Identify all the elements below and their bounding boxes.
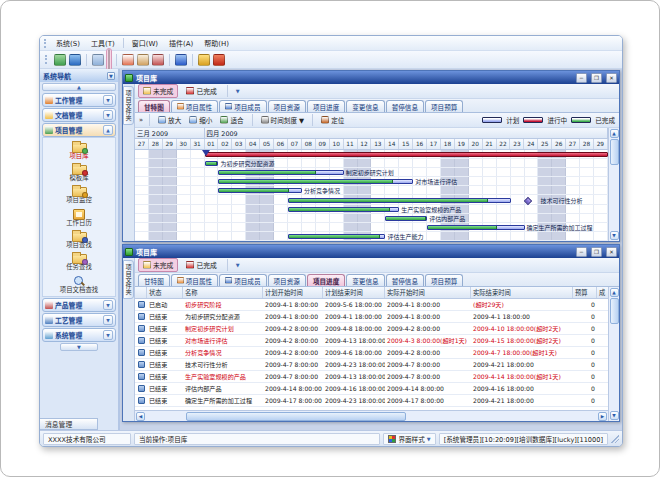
gantt-side-tab[interactable]: 项目文件夹 xyxy=(123,86,134,125)
sidebar-overflow-button[interactable]: ▼ xyxy=(60,343,98,351)
table-row[interactable]: 已结束对市场进行评估2009-4-2 8:00:002009-4-13 18:0… xyxy=(135,335,608,347)
column-header-计划开始时间[interactable]: 计划开始时间 xyxy=(263,287,323,298)
tab-项目属性[interactable]: 项目属性 xyxy=(171,274,218,286)
column-header-名称[interactable]: 名称 xyxy=(183,287,263,298)
sidebar-item-1[interactable]: 模板库 xyxy=(43,161,115,183)
connect-icon[interactable] xyxy=(54,54,66,66)
lock-icon[interactable] xyxy=(198,54,210,66)
table-row[interactable]: 已结束分析竞争情况2009-4-2 8:00:002009-4-6 18:00:… xyxy=(135,347,608,359)
tab-变更信息[interactable]: 变更信息 xyxy=(346,274,384,286)
tab-甘特图[interactable]: 甘特图 xyxy=(138,274,170,286)
minimize-button[interactable]: ─ xyxy=(576,73,587,83)
filter-finished-button[interactable]: 已完成 xyxy=(181,84,221,98)
table-hscrollbar[interactable]: ◀▶ xyxy=(135,410,608,421)
resize-grip[interactable] xyxy=(611,435,619,443)
sidebar-group-2[interactable]: 项目管理▲ xyxy=(42,123,116,137)
tab-项目预算[interactable]: 项目预算 xyxy=(425,274,463,286)
table-row[interactable]: 已结束确定生产所需的加工过程2009-4-17 8:00:002009-4-23… xyxy=(135,395,608,407)
scroll-thumb[interactable] xyxy=(610,298,619,324)
sidebar-item-5[interactable]: 任务查找 xyxy=(43,250,115,272)
tab-变更信息[interactable]: 变更信息 xyxy=(346,100,384,112)
save-icon[interactable] xyxy=(108,49,110,70)
task-bar[interactable] xyxy=(427,225,524,230)
sidebar-group-0[interactable]: 工作管理▼ xyxy=(42,93,116,107)
menu-item-0[interactable]: 系统(S) xyxy=(51,37,85,49)
tab-甘特图[interactable]: 甘特图 xyxy=(138,100,170,112)
chevron-down-icon[interactable]: ▼ xyxy=(103,300,113,310)
column-header-成[interactable]: 成 xyxy=(597,287,608,298)
tab-项目属性[interactable]: 项目属性 xyxy=(171,100,218,112)
column-header-计划结束时间[interactable]: 计划结束时间 xyxy=(323,287,385,298)
table-titlebar[interactable]: 项目库─❐✕ xyxy=(123,245,619,258)
sidebar-item-3[interactable]: 工作日历 xyxy=(43,205,115,228)
scroll-right-button[interactable]: ▶ xyxy=(598,412,607,421)
task-bar[interactable] xyxy=(288,234,385,239)
pin-icon[interactable]: ▼ xyxy=(107,72,115,80)
chevron-down-icon[interactable]: ▼ xyxy=(103,315,113,325)
gantt-tool-zoom-out[interactable]: 缩小 xyxy=(187,115,214,125)
table-row[interactable]: 已结束生产实验室规模的产品2009-4-7 8:00:002009-4-13 1… xyxy=(135,371,608,383)
tab-项目预算[interactable]: 项目预算 xyxy=(425,100,463,112)
tab-暂停信息[interactable]: 暂停信息 xyxy=(386,274,424,286)
chevron-down-icon[interactable]: ▼ xyxy=(103,330,113,340)
task-bar[interactable] xyxy=(218,188,301,193)
column-header-实际结束时间[interactable]: 实际结束时间 xyxy=(471,287,573,298)
menu-item-5[interactable]: 帮助(H) xyxy=(199,37,234,49)
doc-delete-icon[interactable] xyxy=(152,54,164,66)
task-bar[interactable] xyxy=(288,198,511,203)
table-row[interactable]: 已启动初步研究阶段2009-4-1 8:00:002009-5-6 18:00:… xyxy=(135,299,608,311)
chevron-down-icon[interactable]: ▼ xyxy=(103,95,113,105)
sidebar-group-4[interactable]: 工艺管理▼ xyxy=(42,313,116,327)
sidebar-group-5[interactable]: 系统管理▼ xyxy=(42,328,116,342)
scroll-left-button[interactable]: ◀ xyxy=(136,412,145,421)
scroll-down-button[interactable]: ▼ xyxy=(610,231,619,240)
column-header-实际开始时间[interactable]: 实际开始时间 xyxy=(385,287,471,298)
close-button[interactable]: ✕ xyxy=(606,73,617,83)
filter-finished-button[interactable]: 已完成 xyxy=(181,258,221,272)
task-bar[interactable] xyxy=(385,216,427,221)
doc-add-icon[interactable] xyxy=(122,54,134,66)
gantt-vscrollbar[interactable]: ▲▼ xyxy=(608,128,619,241)
scroll-down-button[interactable]: ▼ xyxy=(610,411,619,420)
menu-item-1[interactable]: 工具(T) xyxy=(86,37,120,49)
table-row[interactable]: 已结束为初步研究分配资源2009-4-1 8:00:002009-4-1 18:… xyxy=(135,311,608,323)
scroll-thumb[interactable] xyxy=(610,139,619,165)
table-row[interactable]: 已结束制定初步研究计划2009-4-2 8:00:002009-4-8 18:0… xyxy=(135,323,608,335)
gantt-tool-timescale[interactable]: 时间刻度 ▼ xyxy=(259,115,307,125)
sidebar-item-0[interactable]: 项目库 xyxy=(43,139,115,161)
task-bar[interactable] xyxy=(288,207,399,212)
gantt-tool-zoom-in[interactable]: 放大 xyxy=(156,115,183,125)
chevron-down-icon[interactable]: ▼ xyxy=(103,110,113,120)
exit-icon[interactable] xyxy=(213,54,225,66)
table-row[interactable]: 已结束技术可行性分析2009-4-7 8:00:002009-4-23 18:0… xyxy=(135,359,608,371)
tab-项目进度[interactable]: 项目进度 xyxy=(307,100,345,112)
open-folder-icon[interactable] xyxy=(92,54,104,66)
sidebar-group-3[interactable]: 产品管理▼ xyxy=(42,298,116,312)
toolbar-overflow-icon[interactable]: » xyxy=(139,116,143,124)
restore-button[interactable]: ❐ xyxy=(591,247,602,257)
sidebar-collapse-button[interactable]: ▲ xyxy=(42,83,116,91)
gantt-tool-locate[interactable]: 定位 xyxy=(319,115,346,125)
minimize-button[interactable]: ─ xyxy=(576,247,587,257)
column-header-状态[interactable]: 状态 xyxy=(147,287,183,298)
tab-项目成员[interactable]: 项目成员 xyxy=(219,100,266,112)
gantt-titlebar[interactable]: 项目库─❐✕ xyxy=(123,71,619,84)
scroll-up-button[interactable]: ▲ xyxy=(610,129,619,138)
restore-button[interactable]: ❐ xyxy=(591,73,602,83)
tab-message-management[interactable]: 消息管理 xyxy=(40,418,98,430)
tab-项目进度[interactable]: 项目进度 xyxy=(307,274,345,286)
doc-edit-icon[interactable] xyxy=(137,54,149,66)
sidebar-item-6[interactable]: 项目文档查找 xyxy=(43,272,115,295)
tab-项目资源[interactable]: 项目资源 xyxy=(268,100,306,112)
column-header-预算[interactable]: 预算 xyxy=(573,287,597,298)
filter-dropdown-icon[interactable]: ▼ xyxy=(233,262,243,268)
hscroll-thumb[interactable] xyxy=(186,412,406,421)
table-side-tab[interactable]: 项目文件夹 xyxy=(123,260,134,299)
table-row[interactable]: 已结束评估内部产品2009-4-14 8:00:002009-4-16 18:0… xyxy=(135,383,608,395)
tab-项目成员[interactable]: 项目成员 xyxy=(219,274,266,286)
task-bar[interactable] xyxy=(218,179,413,184)
tab-暂停信息[interactable]: 暂停信息 xyxy=(386,100,424,112)
tab-项目资源[interactable]: 项目资源 xyxy=(268,274,306,286)
sidebar-group-1[interactable]: 文档管理▼ xyxy=(42,108,116,122)
menu-item-4[interactable]: 插件(A) xyxy=(164,37,198,49)
